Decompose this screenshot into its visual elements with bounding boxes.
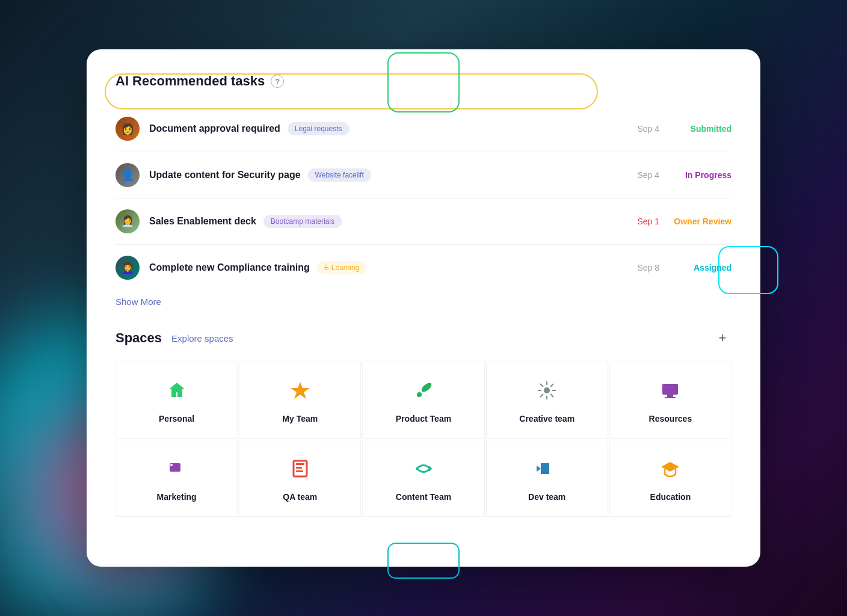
svg-point-1 — [420, 381, 433, 394]
space-icon — [289, 457, 312, 484]
space-card-space-dev[interactable]: Dev team — [486, 440, 608, 517]
task-tag: Legal requests — [288, 122, 350, 135]
space-card-space-content[interactable]: Content Team — [362, 440, 484, 517]
space-label: Content Team — [396, 492, 451, 502]
task-status: Submitted — [671, 124, 732, 134]
space-icon — [165, 379, 188, 405]
explore-spaces-link[interactable]: Explore spaces — [171, 333, 233, 343]
space-card-space-marketing[interactable]: Marketing — [116, 440, 238, 517]
avatar: 👩‍💼 — [116, 209, 140, 233]
task-tag: Bootcamp materials — [263, 215, 342, 228]
svg-rect-13 — [667, 395, 673, 397]
space-label: Marketing — [157, 492, 197, 502]
task-item[interactable]: 👩‍💼 Sales Enablement deck Bootcamp mater… — [116, 199, 732, 245]
space-label: Personal — [159, 414, 194, 424]
task-tag: E-Learning — [317, 261, 367, 274]
space-icon — [535, 379, 558, 405]
svg-point-3 — [544, 387, 550, 393]
space-icon — [659, 457, 682, 484]
space-card-space-product[interactable]: Product Team — [362, 362, 484, 439]
svg-rect-20 — [296, 470, 303, 472]
spaces-header: Spaces Explore spaces + — [116, 329, 732, 347]
svg-line-10 — [550, 384, 553, 387]
task-date: Sep 8 — [637, 263, 659, 273]
svg-point-2 — [417, 392, 422, 397]
svg-point-21 — [416, 467, 418, 470]
space-card-space-resources[interactable]: Resources — [609, 362, 732, 439]
task-date: Sep 1 — [637, 217, 659, 226]
svg-rect-23 — [541, 463, 549, 474]
space-icon — [412, 379, 435, 405]
show-more-link[interactable]: Show More — [116, 297, 161, 307]
task-item[interactable]: 👤 Update content for Security page Websi… — [116, 152, 732, 199]
svg-rect-18 — [296, 463, 304, 465]
space-icon — [412, 457, 435, 484]
add-space-button[interactable]: + — [713, 329, 732, 347]
task-date: Sep 4 — [637, 170, 659, 180]
avatar: 👤 — [116, 163, 140, 187]
space-icon — [535, 457, 558, 484]
task-status: Assigned — [671, 263, 732, 273]
spaces-section-title: Spaces — [116, 330, 162, 346]
tasks-title-text: AI Recommended tasks — [116, 73, 265, 89]
avatar: 👩 — [116, 117, 140, 141]
task-name: Sales Enablement deck Bootcamp materials — [149, 215, 627, 228]
task-list: 👩 Document approval required Legal reque… — [116, 106, 732, 291]
space-label: Education — [650, 492, 691, 502]
space-card-space-creative[interactable]: Creative team — [486, 362, 608, 439]
space-icon — [659, 379, 682, 405]
svg-rect-14 — [665, 397, 676, 398]
task-tag: Website facelift — [308, 168, 371, 182]
main-card: AI Recommended tasks ? 👩 Document approv… — [87, 49, 760, 567]
tasks-section-title: AI Recommended tasks ? — [116, 73, 732, 89]
svg-line-9 — [550, 394, 553, 397]
svg-rect-19 — [296, 467, 302, 469]
task-meta: Sep 4 Submitted — [637, 124, 732, 134]
task-meta: Sep 8 Assigned — [637, 263, 732, 273]
space-icon — [289, 379, 312, 405]
task-meta: Sep 1 Owner Review — [637, 217, 732, 226]
task-item[interactable]: 👩 Document approval required Legal reque… — [116, 106, 732, 152]
space-label: Creative team — [519, 414, 574, 424]
space-card-space-education[interactable]: Education — [609, 440, 732, 517]
space-label: Resources — [649, 414, 692, 424]
avatar: 👩‍🦱 — [116, 256, 140, 280]
space-card-space-personal[interactable]: Personal — [116, 362, 238, 439]
svg-marker-0 — [291, 382, 310, 399]
task-status: Owner Review — [671, 217, 732, 226]
space-card-space-myteam[interactable]: My Team — [239, 362, 361, 439]
task-meta: Sep 4 In Progress — [637, 170, 732, 180]
svg-rect-12 — [662, 384, 678, 395]
task-item[interactable]: 👩‍🦱 Complete new Compliance training E-L… — [116, 245, 732, 291]
svg-line-8 — [540, 384, 543, 387]
task-name: Document approval required Legal request… — [149, 122, 627, 135]
space-icon — [165, 457, 188, 484]
svg-point-16 — [170, 464, 173, 466]
deco-teal-bottom — [387, 543, 460, 579]
task-date: Sep 4 — [637, 124, 659, 134]
space-card-space-qa[interactable]: QA team — [239, 440, 361, 517]
task-name: Update content for Security page Website… — [149, 168, 627, 182]
task-name: Complete new Compliance training E-Learn… — [149, 261, 627, 274]
svg-line-11 — [540, 394, 543, 397]
svg-marker-24 — [537, 466, 541, 472]
space-label: My Team — [282, 414, 318, 424]
space-label: Dev team — [528, 492, 565, 502]
space-label: Product Team — [396, 414, 451, 424]
task-status: In Progress — [671, 170, 732, 180]
space-label: QA team — [283, 492, 317, 502]
spaces-grid: Personal My Team Product Team — [116, 362, 732, 517]
help-icon[interactable]: ? — [271, 75, 284, 88]
